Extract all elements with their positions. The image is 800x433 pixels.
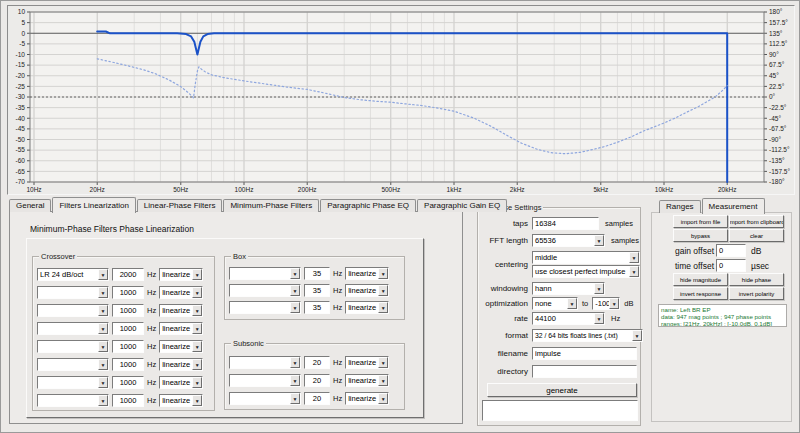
crossover-mode-select[interactable]: linearize▼	[159, 376, 203, 389]
subsonic-mode-select[interactable]: linearize▼	[345, 392, 389, 405]
import-from-file-button[interactable]: import from file	[673, 215, 728, 228]
crossover-type-select[interactable]: ▼	[37, 322, 109, 335]
format-select[interactable]: 32 / 64 bits floats lines (.txt)▼	[532, 329, 643, 342]
taps-unit: samples	[605, 219, 633, 228]
crossover-type-select[interactable]: ▼	[37, 358, 109, 371]
tab-general[interactable]: General	[9, 199, 51, 212]
dropdown-arrow-icon: ▼	[378, 375, 388, 386]
subsonic-freq-input[interactable]	[304, 374, 330, 387]
box-freq-input[interactable]	[304, 301, 330, 314]
tab-minimum-phase-filters[interactable]: Minimum-Phase Filters	[223, 199, 319, 212]
tab-filters-linearization[interactable]: Filters Linearization	[52, 197, 135, 213]
crossover-type-select[interactable]: ▼	[37, 394, 109, 407]
svg-text:-60: -60	[16, 157, 26, 164]
crossover-mode-select[interactable]: linearize▼	[159, 304, 203, 317]
subsonic-freq-input[interactable]	[304, 392, 330, 405]
box-freq-input[interactable]	[304, 284, 330, 297]
measurement-info-line: ranges: [21Hz, 20kHz] ; [-10.0dB, 0.1dB]	[661, 320, 784, 327]
crossover-freq-input[interactable]	[112, 304, 144, 317]
filename-input[interactable]	[532, 347, 637, 360]
svg-text:-157.5°: -157.5°	[769, 168, 790, 175]
crossover-freq-input[interactable]	[112, 340, 144, 353]
crossover-legend: Crossover	[39, 252, 77, 261]
box-freq-input[interactable]	[304, 267, 330, 280]
hide-magnitude-button[interactable]: hide magnitude	[673, 273, 728, 286]
windowing-row: windowing hann▼	[481, 282, 637, 295]
centering-impulse-select[interactable]: use closest perfect impulse▼	[532, 265, 640, 278]
subsonic-type-select[interactable]: ▼	[229, 356, 301, 369]
tab-paragraphic-phase-eq[interactable]: Paragraphic Phase EQ	[320, 199, 416, 212]
crossover-mode-select[interactable]: linearize▼	[159, 394, 203, 407]
tab-ranges[interactable]: Ranges	[659, 200, 701, 213]
svg-text:-65: -65	[16, 168, 26, 175]
centering-row: centering middle▼ use closest perfect im…	[481, 251, 637, 278]
centering-position-select[interactable]: middle▼	[532, 251, 640, 264]
subsonic-freq-input[interactable]	[304, 356, 330, 369]
crossover-mode-select[interactable]: linearize▼	[159, 286, 203, 299]
taps-input[interactable]	[532, 217, 599, 230]
crossover-type-select[interactable]: ▼	[37, 304, 109, 317]
crossover-freq-input[interactable]	[112, 268, 144, 281]
time-offset-input[interactable]	[716, 259, 746, 272]
gain-offset-row: gain offset dB	[652, 244, 793, 257]
crossover-type-select[interactable]: LR 24 dB/oct▼	[37, 268, 109, 281]
crossover-mode-select[interactable]: linearize▼	[159, 268, 203, 281]
measurement-info-line: name: Left BR EP	[661, 306, 784, 313]
subsonic-mode-select[interactable]: linearize▼	[345, 356, 389, 369]
svg-text:22.5°: 22.5°	[769, 83, 785, 90]
subsonic-type-select[interactable]: ▼	[229, 374, 301, 387]
box-mode-select[interactable]: linearize▼	[345, 284, 389, 297]
clear-button[interactable]: clear	[729, 229, 784, 242]
invert-response-button[interactable]: invert response	[673, 287, 728, 300]
box-mode-select[interactable]: linearize▼	[345, 301, 389, 314]
bypass-button[interactable]: bypass	[673, 229, 728, 242]
import-from-clipboard-button[interactable]: import from clipboard	[729, 215, 784, 228]
dropdown-arrow-icon: ▼	[192, 341, 202, 352]
measurement-page: import from fileimport from clipboardbyp…	[651, 212, 792, 422]
hz-unit-label: Hz	[333, 394, 342, 403]
fft-length-unit: samples	[611, 236, 639, 245]
dropdown-arrow-icon: ▼	[192, 269, 202, 280]
subsonic-type-select[interactable]: ▼	[229, 392, 301, 405]
crossover-freq-input[interactable]	[112, 394, 144, 407]
tab-paragraphic-gain-eq[interactable]: Paragraphic Gain EQ	[417, 199, 507, 212]
box-type-select[interactable]: ▼	[229, 284, 301, 297]
rate-select[interactable]: 44100▼	[532, 312, 605, 325]
tab-linear-phase-filters[interactable]: Linear-Phase Filters	[137, 199, 223, 212]
crossover-freq-input[interactable]	[112, 322, 144, 335]
fft-length-select[interactable]: 65536▼	[532, 234, 605, 247]
optimization-threshold-select[interactable]: -100▼	[592, 297, 620, 310]
windowing-select[interactable]: hann▼	[532, 282, 605, 295]
box-type-select[interactable]: ▼	[229, 267, 301, 280]
gain-offset-input[interactable]	[716, 244, 746, 257]
crossover-type-select[interactable]: ▼	[37, 286, 109, 299]
invert-polarity-button[interactable]: invert polarity	[729, 287, 784, 300]
hz-unit-label: Hz	[147, 270, 156, 279]
svg-text:-35: -35	[16, 104, 26, 111]
optimization-select[interactable]: none▼	[532, 297, 578, 310]
box-type-select[interactable]: ▼	[229, 301, 301, 314]
crossover-row: ▼Hzlinearize▼	[37, 286, 203, 299]
subsonic-mode-select[interactable]: linearize▼	[345, 374, 389, 387]
crossover-mode-select[interactable]: linearize▼	[159, 322, 203, 335]
crossover-mode-select[interactable]: linearize▼	[159, 358, 203, 371]
dropdown-arrow-icon: ▼	[98, 359, 108, 370]
generate-status-box[interactable]	[482, 400, 638, 421]
crossover-type-select[interactable]: ▼	[37, 340, 109, 353]
box-mode-select[interactable]: linearize▼	[345, 267, 389, 280]
directory-input[interactable]	[532, 365, 637, 378]
dropdown-arrow-icon: ▼	[594, 283, 604, 294]
filename-label: filename	[481, 349, 528, 358]
generate-button[interactable]: generate	[487, 383, 637, 397]
response-graph-panel: 1050-5-10-15-20-25-30-35-40-45-50-55-60-…	[7, 5, 795, 195]
centering-label: centering	[481, 260, 528, 269]
hz-unit-label: Hz	[147, 288, 156, 297]
crossover-mode-select[interactable]: linearize▼	[159, 340, 203, 353]
crossover-freq-input[interactable]	[112, 286, 144, 299]
crossover-freq-input[interactable]	[112, 376, 144, 389]
crossover-type-select[interactable]: ▼	[37, 376, 109, 389]
dropdown-arrow-icon: ▼	[629, 266, 639, 277]
crossover-freq-input[interactable]	[112, 358, 144, 371]
tab-measurement[interactable]: Measurement	[702, 198, 765, 214]
hide-phase-button[interactable]: hide phase	[729, 273, 784, 286]
